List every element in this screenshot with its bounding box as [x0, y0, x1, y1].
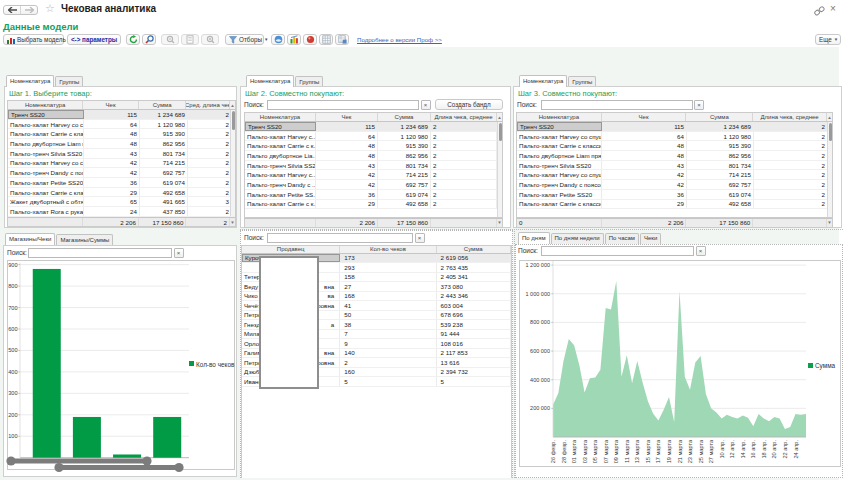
step2-tab-0[interactable]: Номенклатура	[246, 75, 294, 87]
column-header[interactable]: Кол-во чеков	[340, 246, 436, 253]
table-row[interactable]: Пальто-халат Carrie с клас...48915 3902	[8, 129, 235, 139]
table-row[interactable]: Пальто-халат Harvey со спуще...641 120 9…	[517, 132, 832, 142]
table-row[interactable]: Пальто-халат Harvey со сп...42714 2152	[8, 159, 235, 169]
zoom-out-button[interactable]	[161, 34, 179, 45]
step1-table[interactable]: НоменклатураЧекСуммаСред. длина чек▲Трен…	[7, 100, 236, 227]
column-header[interactable]: Продавец	[242, 246, 340, 253]
refresh-button[interactable]	[126, 34, 140, 45]
column-header[interactable]: Длина чека, среднее	[431, 113, 497, 121]
table-row[interactable]: Пальто-халат Harvey с...641 120 9802	[245, 132, 502, 142]
favorite-star-icon[interactable]: ☆	[45, 3, 55, 14]
column-header[interactable]: Сумма	[378, 113, 431, 121]
table-row[interactable]: Пальто-халат Petite SS2036619 0742	[8, 178, 235, 188]
back-button[interactable]	[4, 6, 20, 14]
step2-table[interactable]: НоменклатураЧекСуммаДлина чека, среднее▲…	[244, 112, 503, 228]
vertical-scrollbar[interactable]	[827, 122, 832, 217]
table-row[interactable]: Пальто-халат Rora с рукав...24437 8502	[8, 207, 235, 217]
step3-table[interactable]: НоменклатураЧекСуммаДлина чека, среднее▲…	[516, 112, 833, 228]
table-row[interactable]: Пальто-халат Petite SS...36619 0742	[245, 190, 502, 200]
column-header[interactable]: Чек	[83, 101, 139, 109]
days-tab-1[interactable]: По дням недели	[551, 233, 604, 244]
column-header[interactable]: Сред. длина чек	[186, 101, 230, 109]
column-header[interactable]: Сумма	[139, 101, 187, 109]
column-header[interactable]: Чек	[602, 113, 687, 121]
table-row[interactable]: Пальто-тренч Silvia SS2043801 7342	[517, 161, 832, 171]
table-row[interactable]: Пальто-халат Harvey с...42714 2152	[245, 170, 502, 180]
table-row[interactable]: Пальто-халат Carrie с клас...29492 6582	[8, 188, 235, 198]
table-row[interactable]: Пальто двубортное Liam п...48862 9562	[8, 139, 235, 149]
shops-search-clear-button[interactable]: ×	[174, 248, 184, 258]
area-series[interactable]	[553, 280, 806, 436]
days-chart[interactable]: 200 000400 000600 000800 0001 000 0001 2…	[519, 260, 841, 468]
shops-tab-0[interactable]: Магазины/Чеки	[5, 233, 55, 245]
scrollbar-thumb[interactable]	[232, 111, 236, 130]
scroll-up-icon[interactable]: ▲	[827, 113, 832, 121]
document-view-button[interactable]	[181, 34, 199, 45]
bar[interactable]	[33, 268, 61, 457]
days-tab-3[interactable]: Чеки	[640, 233, 661, 244]
more-button[interactable]: Еще▼	[815, 34, 841, 45]
select-model-button[interactable]: Выбрать модель▼	[3, 34, 64, 45]
table-row[interactable]: Жакет двубортный с обтя...65491 6653	[8, 197, 235, 207]
table-row[interactable]: Пальто двубортное Lia...48862 9562	[245, 151, 502, 161]
step2-search-input[interactable]	[267, 100, 419, 110]
scroll-down-icon[interactable]: ▼	[230, 218, 235, 226]
forward-button[interactable]	[20, 6, 37, 14]
sellers-search-clear-button[interactable]: ×	[415, 233, 425, 243]
table-row[interactable]: Пальто-тренч Silvia SS2043801 7342	[245, 161, 502, 171]
step2-search-clear-button[interactable]: ×	[421, 100, 431, 110]
column-header[interactable]: Чек	[316, 113, 378, 121]
table-row[interactable]: Тренч SS201151 234 6892	[245, 122, 502, 132]
shops-tab-1[interactable]: Магазины/Суммы	[56, 234, 113, 245]
table-row[interactable]: Пальто-халат Carrie с классич...48915 39…	[517, 141, 832, 151]
monitor-button[interactable]	[271, 34, 285, 45]
table-row[interactable]: Пальто-тренч Dandy с поя...42692 7572	[8, 168, 235, 178]
column-header[interactable]: Номенклатура	[517, 113, 602, 121]
table-row[interactable]: Тренч SS201151 234 6892	[517, 122, 832, 132]
sellers-search-input[interactable]	[267, 233, 413, 243]
step3-tab-0[interactable]: Номенклатура	[519, 75, 567, 87]
close-icon[interactable]: ×	[830, 4, 836, 14]
table-row[interactable]: Пальто-халат Carrie с к...48915 3902	[245, 141, 502, 151]
column-header[interactable]: Сумма	[686, 113, 753, 121]
save-table-button[interactable]	[335, 34, 349, 45]
chart-report-button[interactable]	[287, 34, 301, 45]
table-row[interactable]: Пальто-халат Harvey со сп...641 120 9802	[8, 120, 235, 130]
record-button[interactable]	[303, 34, 317, 45]
days-search-clear-button[interactable]: ×	[696, 246, 706, 256]
table-row[interactable]: Пальто-тренч Dandy с ...42692 7572	[245, 180, 502, 190]
version-info-link[interactable]: Подробнее о версии Проф >>	[357, 36, 442, 43]
table-view-button[interactable]	[319, 34, 333, 45]
scrollbar-thumb[interactable]	[829, 123, 833, 141]
step3-search-clear-button[interactable]: ×	[694, 100, 704, 110]
zoom-in-button[interactable]	[201, 34, 219, 45]
days-search-input[interactable]	[541, 246, 694, 256]
table-row[interactable]: Пальто двубортное Liam прям...48862 9562	[517, 151, 832, 161]
scroll-down-icon[interactable]: ▼	[827, 219, 832, 227]
column-header[interactable]: Длина чека, среднее	[753, 113, 827, 121]
scroll-up-icon[interactable]: ▲	[230, 101, 235, 109]
table-row[interactable]: Пальто-тренч Dandy с поясом ...42692 757…	[517, 180, 832, 190]
step1-tab-0[interactable]: Номенклатура	[6, 75, 54, 87]
vertical-scrollbar[interactable]	[230, 110, 235, 216]
scroll-up-icon[interactable]: ▲	[497, 113, 502, 121]
filters-button[interactable]: Отборы▼	[225, 34, 264, 45]
vertical-scrollbar[interactable]	[497, 122, 502, 217]
days-tab-2[interactable]: По часам	[605, 233, 639, 244]
shops-search-input[interactable]	[28, 248, 172, 258]
find-button[interactable]	[142, 34, 156, 45]
column-header[interactable]: Номенклатура	[8, 101, 83, 109]
parameters-button[interactable]: <-> параметры	[67, 34, 121, 45]
table-row[interactable]: Пальто-халат Harvey со спуще...42714 215…	[517, 170, 832, 180]
table-row[interactable]: Пальто-тренч Silvia SS2043801 7342	[8, 149, 235, 159]
table-row[interactable]: Пальто-халат Carrie с к...29492 6582	[245, 200, 502, 210]
table-row[interactable]: Пальто-халат Carrie с классич...29492 65…	[517, 200, 832, 210]
create-bundle-button[interactable]: Создать бандл	[435, 99, 503, 110]
table-row[interactable]: Пальто-халат Petite SS2036619 0742	[517, 190, 832, 200]
table-row[interactable]: Тренч SS201151 234 6892	[8, 110, 235, 120]
step3-search-input[interactable]	[541, 100, 693, 110]
link-icon[interactable]	[814, 6, 825, 17]
scrollbar-thumb[interactable]	[499, 123, 503, 141]
scroll-down-icon[interactable]: ▼	[497, 219, 502, 227]
days-tab-0[interactable]: По дням	[518, 232, 550, 244]
